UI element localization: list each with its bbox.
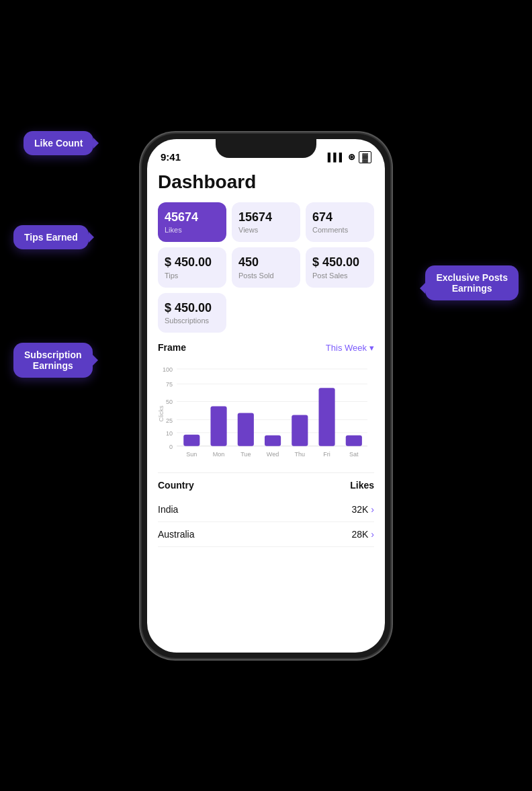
- status-time: 9:41: [161, 151, 181, 163]
- chart-period-selector[interactable]: This Week ▾: [326, 343, 374, 353]
- likes-australia-value: 28K: [351, 529, 368, 540]
- stat-card-likes: 45674 Likes: [158, 202, 226, 243]
- wifi-icon: ⊛: [348, 152, 355, 162]
- chart-svg: 100 75 50 25 10 0 Clicks: [158, 358, 374, 466]
- notch: [216, 139, 316, 158]
- bar-sun: [183, 435, 200, 446]
- svg-text:10: 10: [166, 430, 173, 437]
- post-sales-label: Post Sales: [312, 272, 367, 280]
- views-label: Views: [238, 226, 294, 234]
- stat-card-subscriptions: $ 450.00 Subscriptions: [158, 293, 226, 333]
- stat-card-tips: $ 450.00 Tips: [158, 247, 226, 288]
- views-number: 15674: [238, 210, 294, 225]
- svg-text:Tue: Tue: [240, 451, 251, 458]
- tooltip-exclusive-posts: Exclusive PostsEarnings: [425, 265, 519, 300]
- chart-period-label: This Week: [326, 343, 367, 353]
- scene: Like Count Tips Earned Exclusive PostsEa…: [0, 0, 532, 791]
- arrow-icon-india: ›: [371, 504, 374, 515]
- table-header-country: Country: [158, 480, 194, 491]
- chart-frame-label: Frame: [158, 342, 186, 353]
- bar-tue: [238, 413, 254, 446]
- stats-row-3: $ 450.00 Subscriptions: [158, 293, 374, 333]
- chevron-down-icon: ▾: [369, 343, 374, 353]
- bar-mon: [210, 407, 226, 446]
- svg-text:Sat: Sat: [349, 451, 359, 458]
- country-table: Country Likes India 32K › Australia 28K: [158, 472, 374, 547]
- table-row[interactable]: Australia 28K ›: [158, 522, 374, 547]
- page-title: Dashboard: [158, 171, 374, 193]
- bar-chart: 100 75 50 25 10 0 Clicks: [158, 358, 374, 466]
- svg-text:Wed: Wed: [267, 451, 279, 458]
- svg-text:Thu: Thu: [295, 451, 306, 458]
- tips-number: $ 450.00: [165, 255, 220, 270]
- stat-card-post-sales: $ 450.00 Post Sales: [306, 247, 374, 288]
- bar-sat: [346, 435, 362, 446]
- svg-text:100: 100: [163, 366, 173, 373]
- phone-frame: 9:41 ▌▌▌ ⊛ ▓ Dashboard 45674 Likes: [142, 134, 390, 658]
- bar-thu: [292, 415, 308, 446]
- tooltip-like-count: Like Count: [24, 131, 93, 155]
- table-header: Country Likes: [158, 480, 374, 491]
- table-header-likes: Likes: [350, 480, 374, 491]
- signal-icon: ▌▌▌: [328, 153, 345, 162]
- comments-number: 674: [312, 210, 367, 225]
- svg-text:75: 75: [166, 382, 173, 388]
- likes-number: 45674: [165, 210, 220, 225]
- chart-header: Frame This Week ▾: [158, 342, 374, 353]
- likes-australia: 28K ›: [351, 529, 374, 540]
- bar-wed: [265, 435, 281, 446]
- tips-label: Tips: [165, 272, 220, 280]
- posts-sold-label: Posts Sold: [238, 272, 294, 280]
- phone-screen: 9:41 ▌▌▌ ⊛ ▓ Dashboard 45674 Likes: [147, 139, 385, 653]
- country-australia: Australia: [158, 529, 194, 540]
- tooltip-subscription-label: SubscriptionEarnings: [24, 349, 82, 371]
- tooltip-tips-earned: Tips Earned: [13, 225, 89, 249]
- svg-text:0: 0: [169, 444, 173, 450]
- comments-label: Comments: [312, 226, 367, 234]
- stat-card-posts-sold: 450 Posts Sold: [232, 247, 300, 288]
- stats-row-2: $ 450.00 Tips 450 Posts Sold $ 450.00 Po…: [158, 247, 374, 288]
- subscriptions-label: Subscriptions: [165, 317, 220, 325]
- screen-content[interactable]: Dashboard 45674 Likes 15674 Views 674 Co…: [147, 169, 385, 653]
- svg-text:Clicks: Clicks: [158, 405, 165, 422]
- stat-card-views: 15674 Views: [232, 202, 300, 243]
- likes-india-value: 32K: [351, 504, 368, 515]
- svg-text:Sun: Sun: [186, 451, 197, 458]
- subscriptions-number: $ 450.00: [165, 301, 220, 316]
- tooltip-like-count-label: Like Count: [34, 138, 83, 149]
- post-sales-number: $ 450.00: [312, 255, 367, 270]
- posts-sold-number: 450: [238, 255, 294, 270]
- svg-text:Fri: Fri: [323, 451, 330, 458]
- battery-icon: ▓: [359, 151, 371, 163]
- stat-card-comments: 674 Comments: [306, 202, 374, 243]
- likes-label: Likes: [165, 226, 220, 234]
- arrow-icon-australia: ›: [371, 529, 374, 540]
- tooltip-subscription-earnings: SubscriptionEarnings: [13, 343, 93, 378]
- svg-text:25: 25: [166, 417, 173, 424]
- likes-india: 32K ›: [351, 504, 374, 515]
- tooltip-exclusive-label: Exclusive PostsEarnings: [436, 272, 508, 294]
- bar-fri: [318, 388, 335, 447]
- table-row[interactable]: India 32K ›: [158, 497, 374, 522]
- country-india: India: [158, 504, 178, 515]
- tooltip-tips-label: Tips Earned: [24, 232, 78, 243]
- svg-text:Mon: Mon: [213, 451, 225, 458]
- stats-row-1: 45674 Likes 15674 Views 674 Comments: [158, 202, 374, 243]
- status-icons: ▌▌▌ ⊛ ▓: [328, 151, 371, 163]
- svg-text:50: 50: [166, 399, 173, 406]
